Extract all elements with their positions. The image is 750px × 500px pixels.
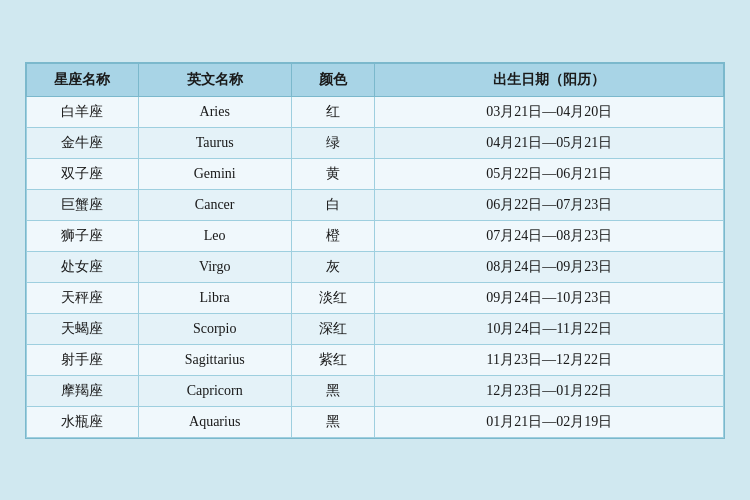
cell-en: Aries [138, 96, 291, 127]
header-en: 英文名称 [138, 63, 291, 96]
table-row: 白羊座Aries红03月21日—04月20日 [27, 96, 724, 127]
cell-en: Sagittarius [138, 344, 291, 375]
cell-en: Capricorn [138, 375, 291, 406]
table-row: 射手座Sagittarius紫红11月23日—12月22日 [27, 344, 724, 375]
cell-cn: 摩羯座 [27, 375, 139, 406]
cell-color: 紫红 [291, 344, 375, 375]
cell-en: Virgo [138, 251, 291, 282]
cell-date: 10月24日—11月22日 [375, 313, 724, 344]
table-row: 摩羯座Capricorn黑12月23日—01月22日 [27, 375, 724, 406]
cell-cn: 水瓶座 [27, 406, 139, 437]
cell-date: 04月21日—05月21日 [375, 127, 724, 158]
cell-date: 01月21日—02月19日 [375, 406, 724, 437]
table-row: 双子座Gemini黄05月22日—06月21日 [27, 158, 724, 189]
cell-color: 红 [291, 96, 375, 127]
cell-date: 11月23日—12月22日 [375, 344, 724, 375]
cell-en: Scorpio [138, 313, 291, 344]
cell-en: Libra [138, 282, 291, 313]
cell-cn: 天蝎座 [27, 313, 139, 344]
header-cn: 星座名称 [27, 63, 139, 96]
cell-date: 05月22日—06月21日 [375, 158, 724, 189]
cell-en: Cancer [138, 189, 291, 220]
cell-en: Taurus [138, 127, 291, 158]
table-row: 天蝎座Scorpio深红10月24日—11月22日 [27, 313, 724, 344]
cell-cn: 巨蟹座 [27, 189, 139, 220]
cell-date: 03月21日—04月20日 [375, 96, 724, 127]
cell-date: 06月22日—07月23日 [375, 189, 724, 220]
cell-color: 黑 [291, 375, 375, 406]
cell-cn: 天秤座 [27, 282, 139, 313]
table-row: 金牛座Taurus绿04月21日—05月21日 [27, 127, 724, 158]
table-row: 狮子座Leo橙07月24日—08月23日 [27, 220, 724, 251]
cell-color: 深红 [291, 313, 375, 344]
cell-cn: 射手座 [27, 344, 139, 375]
table-row: 水瓶座Aquarius黑01月21日—02月19日 [27, 406, 724, 437]
cell-date: 07月24日—08月23日 [375, 220, 724, 251]
cell-cn: 金牛座 [27, 127, 139, 158]
zodiac-table: 星座名称 英文名称 颜色 出生日期（阳历） 白羊座Aries红03月21日—04… [26, 63, 724, 438]
table-row: 处女座Virgo灰08月24日—09月23日 [27, 251, 724, 282]
cell-en: Aquarius [138, 406, 291, 437]
cell-cn: 双子座 [27, 158, 139, 189]
cell-date: 12月23日—01月22日 [375, 375, 724, 406]
table-header-row: 星座名称 英文名称 颜色 出生日期（阳历） [27, 63, 724, 96]
cell-color: 黄 [291, 158, 375, 189]
cell-date: 09月24日—10月23日 [375, 282, 724, 313]
cell-en: Gemini [138, 158, 291, 189]
header-date: 出生日期（阳历） [375, 63, 724, 96]
cell-color: 淡红 [291, 282, 375, 313]
cell-color: 绿 [291, 127, 375, 158]
cell-color: 橙 [291, 220, 375, 251]
cell-cn: 白羊座 [27, 96, 139, 127]
cell-date: 08月24日—09月23日 [375, 251, 724, 282]
table-row: 天秤座Libra淡红09月24日—10月23日 [27, 282, 724, 313]
cell-color: 黑 [291, 406, 375, 437]
zodiac-table-container: 星座名称 英文名称 颜色 出生日期（阳历） 白羊座Aries红03月21日—04… [25, 62, 725, 439]
header-color: 颜色 [291, 63, 375, 96]
cell-color: 灰 [291, 251, 375, 282]
cell-cn: 处女座 [27, 251, 139, 282]
cell-cn: 狮子座 [27, 220, 139, 251]
cell-color: 白 [291, 189, 375, 220]
cell-en: Leo [138, 220, 291, 251]
table-row: 巨蟹座Cancer白06月22日—07月23日 [27, 189, 724, 220]
